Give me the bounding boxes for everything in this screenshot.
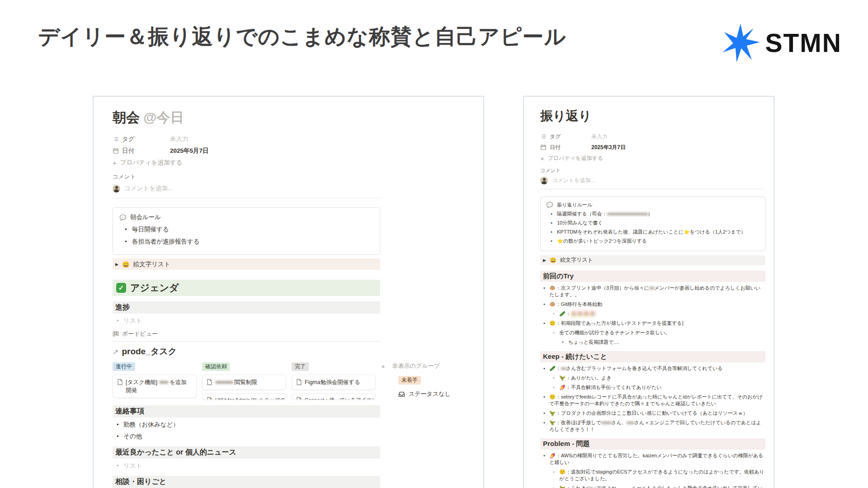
toggle-triangle-icon: ▶ [115, 262, 118, 267]
retrospective-page: 振り返り タグ 未入力 日付 2025年3月7日 + プロパティを追加する コメ… [523, 96, 774, 488]
comment-avatar [540, 177, 548, 184]
redacted-text: ■■■ [159, 379, 168, 385]
date-value[interactable]: 2025年3月7日 [591, 144, 626, 151]
morning-meeting-page: 朝会 @今日 タグ 未入力 日付 2025年5月7日 + プロパティを追加する … [93, 96, 484, 488]
monkey-emoji: 🐵 [549, 301, 556, 307]
task-card[interactable]: [タスク機能] ■■■ を追加開発 [113, 375, 197, 398]
smiley-emoji-icon: 😀 [550, 257, 557, 263]
task-card-clipped[interactable]: Connect：使っているアイコンを [292, 394, 376, 400]
keep-item: 🥒：■■さん含むプラットフォームを巻き込んで不具合等解消してくれている [540, 365, 764, 372]
cucumber-emoji: 🥒 [559, 311, 566, 316]
previous-try-heading: 前回のTry [540, 271, 765, 282]
emoji-list-toggle[interactable]: ▶ 😀 絵文字リスト [540, 255, 765, 265]
emoji-list-toggle[interactable]: ▶ 😀 絵文字リスト [113, 258, 380, 270]
stmn-logo: STMN [721, 23, 842, 63]
try-item: ちょっと長期課題で.... [540, 339, 764, 346]
tag-value[interactable]: 未入力 [170, 135, 189, 143]
slide-title: デイリー＆振り返りでのこまめな称賛と自己アピール [38, 23, 566, 51]
linked-database-title[interactable]: ↗ prode_タスク [113, 346, 465, 357]
stmn-wordmark: STMN [765, 28, 842, 58]
column-badge-review[interactable]: 確認依頼 [202, 362, 230, 371]
divider [540, 189, 765, 189]
page-title-suffix: @今日 [143, 110, 184, 125]
slide: デイリー＆振り返りでのこまめな称賛と自己アピール STMN 朝会 @今日 タグ … [0, 0, 868, 488]
sweet-potato-emoji: 🍠 [559, 385, 566, 390]
rule-item: 隔週開催する（司会：■■■■■■■■■■■■■■■■） [546, 211, 760, 218]
text-cursor [683, 321, 683, 326]
check-mark-icon: ✓ [116, 283, 126, 293]
problem-heading: Problem - 問題 [540, 438, 765, 450]
list-placeholder: リスト [113, 462, 465, 470]
page-title: 朝会 @今日 [113, 108, 465, 127]
smiley-emoji-icon: 😀 [122, 261, 130, 268]
keep-item: 🙂：setnryでfeedsレコードに不具合があった時にちゃんとidがレポートに… [540, 394, 764, 407]
monkey-emoji: 🐵 [549, 285, 556, 291]
north-east-arrow-icon: ↗ [113, 347, 118, 356]
add-comment-field[interactable]: コメントを追加... [113, 184, 465, 192]
progress-heading: 進捗 [113, 301, 380, 314]
page-icon [207, 379, 212, 385]
cucumber-emoji: 🥒 [549, 366, 556, 371]
board-view-tab[interactable]: ボードビュー [113, 330, 380, 342]
retro-rules-callout: 振り返りルール 隔週開催する（司会：■■■■■■■■■■■■■■■■） 10分間… [540, 197, 765, 251]
rule-item: 各担当者が進捗報告する [119, 237, 373, 246]
page-icon [296, 397, 302, 400]
rule-item: KPTTDMをそれぞれ発表した後、議題にあげたいことに⭐をつける（1人2つまで） [546, 229, 760, 236]
rule-item: 毎日開催する [119, 225, 373, 234]
redacted-text: ■■ [561, 366, 566, 371]
comment-avatar [113, 185, 120, 192]
calendar-icon [540, 144, 547, 150]
smile-emoji: 🙂 [549, 320, 556, 326]
toggle-triangle-icon: ▶ [543, 258, 546, 263]
property-row-date: 日付 2025年5月7日 [113, 145, 465, 157]
redacted-text: ■■ [649, 285, 654, 291]
page-icon [207, 397, 212, 400]
no-status-group[interactable]: ステータスなし [381, 390, 458, 398]
notices-heading: 連絡事項 [113, 405, 380, 418]
comments-label: コメント [113, 173, 465, 181]
keep-item: 🦖：改善ほぼ手放しで■■■■さん、■■■さん＋エンジニアで回していただけているの… [540, 419, 764, 433]
add-property-button[interactable]: + プロパティを追加する [113, 157, 465, 169]
trex-emoji: 🦖 [559, 485, 566, 488]
column-badge-in-progress[interactable]: 進行中 [113, 362, 135, 371]
callout-title: 朝会ルール [130, 213, 161, 221]
status-badge-not-started[interactable]: 未着手 [398, 376, 421, 385]
plus-icon: + [540, 155, 544, 162]
list-placeholder: リスト [113, 317, 465, 325]
column-badge-done[interactable]: 完了 [292, 362, 309, 371]
hidden-groups-label[interactable]: 非表示のグループ [392, 362, 440, 370]
trex-emoji: 🦖 [549, 410, 556, 416]
rule-item: 10分間みんなで書く [546, 220, 760, 227]
date-value[interactable]: 2025年5月7日 [170, 147, 209, 155]
add-group-button[interactable]: + [381, 362, 385, 370]
consultation-heading: 相談・困りごと [113, 476, 380, 488]
page-icon [117, 379, 123, 385]
board-view-icon [113, 331, 119, 337]
redacted-text: ■■■■ [601, 420, 612, 425]
try-item: 🥒：🎉🎉🎉🎉 [540, 310, 764, 317]
keep-item: 🍠：不具合解消も手伝ってくれてありがたい [540, 384, 764, 391]
tray-icon [398, 391, 405, 397]
smile-emoji: 🙂 [549, 394, 556, 399]
add-property-button[interactable]: + プロパティを追加する [540, 153, 764, 164]
property-row-date: 日付 2025年3月7日 [540, 142, 764, 153]
try-item: 全ての機能が試行できるテナントデータ欲しい。 [540, 329, 764, 336]
redacted-text: ■■■ [627, 420, 634, 425]
speech-bubble-icon [546, 201, 553, 208]
problem-item: 🙂：追加対応でstagingのECSアクセスができるようになったのはよかったです… [540, 469, 764, 482]
trex-emoji: 🦖 [549, 420, 556, 425]
keep-item: 🦖：ありがたい。よき [540, 375, 764, 381]
redacted-emoji: 🎉🎉🎉🎉 [571, 311, 596, 316]
board-column-done: 完了 Figma勉強会開催する Connect：使っているアイコンを [292, 362, 376, 400]
rule-item: ⭐の数が多いトピック2つを深掘りする [546, 238, 760, 245]
smile-emoji: 🙂 [559, 469, 566, 474]
property-row-tag: タグ 未入力 [540, 131, 764, 142]
task-card[interactable]: ■■■■■■ 閲覧制限 [202, 375, 286, 390]
task-card-clipped[interactable]: UIKit for Admin W..ルチップの修正 [202, 394, 286, 400]
task-card[interactable]: Figma勉強会開催する [292, 375, 376, 390]
add-comment-field[interactable]: コメントを追加... [540, 177, 764, 184]
morning-rules-callout: 朝会ルール 毎日開催する 各担当者が進捗報告する [113, 207, 380, 255]
tag-value[interactable]: 未入力 [591, 133, 608, 141]
list-icon [540, 133, 547, 140]
page-icon [296, 379, 302, 385]
